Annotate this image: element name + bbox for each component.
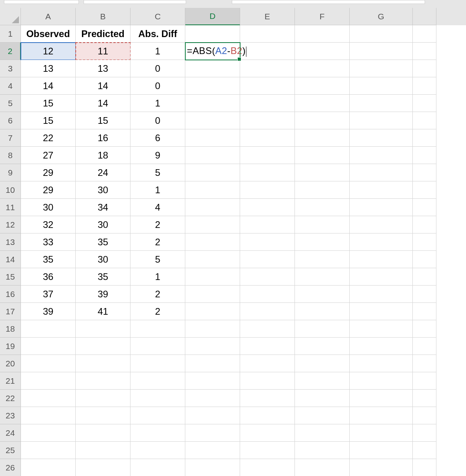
cell-D14[interactable] (185, 251, 240, 268)
cell-E24[interactable] (240, 424, 295, 442)
cell-H9[interactable] (413, 164, 436, 181)
cell-A12[interactable]: 32 (21, 216, 76, 233)
cell-H23[interactable] (413, 407, 436, 424)
cell-B14[interactable]: 30 (76, 251, 130, 268)
cell-H2[interactable] (413, 43, 436, 60)
cell-B8[interactable]: 18 (76, 147, 130, 164)
cell-D16[interactable] (185, 286, 240, 303)
cell-F25[interactable] (295, 442, 350, 459)
cell-G8[interactable] (350, 147, 413, 164)
cell-C22[interactable] (130, 390, 185, 407)
cell-F14[interactable] (295, 251, 350, 268)
column-header-A[interactable]: A (21, 8, 76, 25)
cell-A2[interactable]: 12 (21, 43, 76, 60)
cell-A16[interactable]: 37 (21, 286, 76, 303)
cell-D1[interactable] (185, 25, 240, 43)
cell-G22[interactable] (350, 390, 413, 407)
cell-D22[interactable] (185, 390, 240, 407)
cell-G17[interactable] (350, 303, 413, 320)
cell-A11[interactable]: 30 (21, 199, 76, 216)
row-header-14[interactable]: 14 (0, 251, 21, 268)
column-header-D[interactable]: D (185, 8, 240, 25)
cell-A19[interactable] (21, 338, 76, 355)
cell-E26[interactable] (240, 459, 295, 476)
cell-A1[interactable]: Observed (21, 25, 76, 43)
row-header-8[interactable]: 8 (0, 147, 21, 164)
cell-G23[interactable] (350, 407, 413, 424)
column-header-G[interactable]: G (350, 8, 413, 25)
cell-C5[interactable]: 1 (130, 95, 185, 112)
row-header-25[interactable]: 25 (0, 442, 21, 459)
row-header-21[interactable]: 21 (0, 372, 21, 390)
row-header-24[interactable]: 24 (0, 424, 21, 442)
cell-H3[interactable] (413, 60, 436, 77)
cell-C24[interactable] (130, 424, 185, 442)
row-header-15[interactable]: 15 (0, 268, 21, 286)
cell-A7[interactable]: 22 (21, 129, 76, 147)
cell-A8[interactable]: 27 (21, 147, 76, 164)
cell-B17[interactable]: 41 (76, 303, 130, 320)
cell-G13[interactable] (350, 233, 413, 251)
cell-F4[interactable] (295, 77, 350, 95)
row-header-6[interactable]: 6 (0, 112, 21, 129)
row-header-19[interactable]: 19 (0, 338, 21, 355)
cell-H8[interactable] (413, 147, 436, 164)
cell-G11[interactable] (350, 199, 413, 216)
cell-A10[interactable]: 29 (21, 181, 76, 199)
cell-H20[interactable] (413, 355, 436, 372)
column-header-F[interactable]: F (295, 8, 350, 25)
cell-D18[interactable] (185, 320, 240, 338)
cell-F5[interactable] (295, 95, 350, 112)
cell-C20[interactable] (130, 355, 185, 372)
cell-G24[interactable] (350, 424, 413, 442)
cell-H14[interactable] (413, 251, 436, 268)
cell-H22[interactable] (413, 390, 436, 407)
cell-D9[interactable] (185, 164, 240, 181)
cell-E23[interactable] (240, 407, 295, 424)
cell-C9[interactable]: 5 (130, 164, 185, 181)
select-all-corner[interactable] (0, 8, 21, 25)
cell-H26[interactable] (413, 459, 436, 476)
cell-H5[interactable] (413, 95, 436, 112)
cell-C10[interactable]: 1 (130, 181, 185, 199)
row-header-11[interactable]: 11 (0, 199, 21, 216)
cell-A25[interactable] (21, 442, 76, 459)
cell-G7[interactable] (350, 129, 413, 147)
cell-E17[interactable] (240, 303, 295, 320)
cell-A17[interactable]: 39 (21, 303, 76, 320)
cell-E21[interactable] (240, 372, 295, 390)
cell-C8[interactable]: 9 (130, 147, 185, 164)
cell-B16[interactable]: 39 (76, 286, 130, 303)
row-header-12[interactable]: 12 (0, 216, 21, 233)
cell-H17[interactable] (413, 303, 436, 320)
cell-A23[interactable] (21, 407, 76, 424)
row-header-13[interactable]: 13 (0, 233, 21, 251)
cell-E3[interactable] (240, 60, 295, 77)
cell-B6[interactable]: 15 (76, 112, 130, 129)
cell-H7[interactable] (413, 129, 436, 147)
cell-B24[interactable] (76, 424, 130, 442)
cell-B3[interactable]: 13 (76, 60, 130, 77)
cell-F20[interactable] (295, 355, 350, 372)
cell-G3[interactable] (350, 60, 413, 77)
cell-C23[interactable] (130, 407, 185, 424)
cell-H16[interactable] (413, 286, 436, 303)
cell-F13[interactable] (295, 233, 350, 251)
cell-E16[interactable] (240, 286, 295, 303)
cell-B9[interactable]: 24 (76, 164, 130, 181)
cell-H12[interactable] (413, 216, 436, 233)
cell-G12[interactable] (350, 216, 413, 233)
column-header-B[interactable]: B (76, 8, 130, 25)
cell-F18[interactable] (295, 320, 350, 338)
cell-A3[interactable]: 13 (21, 60, 76, 77)
cell-G4[interactable] (350, 77, 413, 95)
cell-D25[interactable] (185, 442, 240, 459)
row-header-26[interactable]: 26 (0, 459, 21, 476)
column-header-extra[interactable] (413, 8, 436, 25)
formula-input[interactable]: =ABS(A2-B2) (187, 45, 246, 57)
cell-C17[interactable]: 2 (130, 303, 185, 320)
cell-E1[interactable] (240, 25, 295, 43)
row-header-9[interactable]: 9 (0, 164, 21, 181)
cell-F3[interactable] (295, 60, 350, 77)
cell-F1[interactable] (295, 25, 350, 43)
